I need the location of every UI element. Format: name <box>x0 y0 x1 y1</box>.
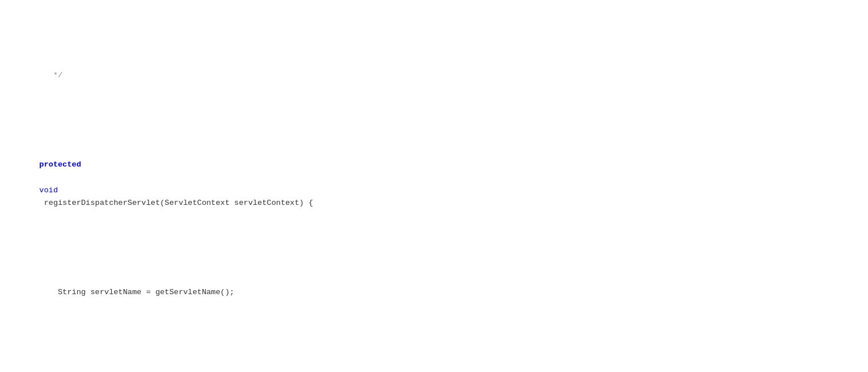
space2: registerDispatcherServlet(ServletContext… <box>40 199 313 207</box>
comment-text: */ <box>40 71 63 80</box>
keyword-void: void <box>40 186 58 195</box>
method-signature-line: protected void registerDispatcherServlet… <box>11 146 857 223</box>
line-assert-haslength: Assert.hasLength(servletName, message: "… <box>11 362 857 372</box>
space1 <box>40 173 44 181</box>
code-block: */ protected void registerDispatcherServ… <box>11 6 857 372</box>
indent1: String servletName = getServletName(); <box>40 288 234 296</box>
keyword-protected: protected <box>40 160 81 169</box>
code-container: */ protected void registerDispatcherServ… <box>11 6 857 372</box>
comment-line: */ <box>11 57 857 95</box>
line-servlet-name: String servletName = getServletName(); <box>11 274 857 312</box>
